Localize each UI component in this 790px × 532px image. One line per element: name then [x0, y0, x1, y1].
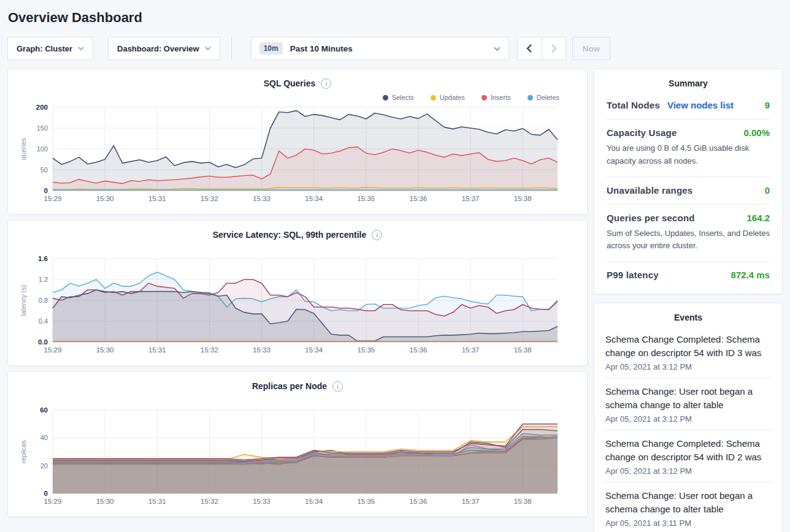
svg-text:0: 0 [44, 490, 48, 497]
svg-text:15:35: 15:35 [357, 346, 375, 354]
summary-panel: Summary Total Nodes View nodes list 9 Ca… [594, 69, 783, 294]
page-title: Overview Dashboard [0, 0, 790, 33]
chart-legend: SelectsUpdatesInsertsDeletes [17, 91, 578, 104]
svg-text:15:30: 15:30 [96, 346, 114, 354]
summary-value: 0.00% [743, 127, 770, 138]
svg-text:latency (s): latency (s) [20, 285, 27, 316]
prev-range-button[interactable] [518, 37, 542, 59]
time-range-label: Past 10 Minutes [290, 44, 353, 53]
summary-title: Summary [607, 69, 770, 92]
svg-text:15:38: 15:38 [514, 498, 532, 505]
summary-value: 164.2 [746, 213, 770, 223]
chart-title: Service Latency: SQL, 99th percentile [213, 230, 367, 240]
event-timestamp: Apr 05, 2021 at 3:11 PM [605, 519, 771, 528]
replicas-chart-canvas: 15:2915:3015:3115:3215:3315:3415:3515:36… [17, 406, 579, 511]
charts-column: SQL Queries i SelectsUpdatesInsertsDelet… [7, 69, 588, 517]
summary-label: Unavailable ranges [607, 185, 692, 196]
svg-text:15:37: 15:37 [462, 498, 480, 505]
svg-text:15:36: 15:36 [410, 498, 428, 505]
svg-text:15:34: 15:34 [305, 498, 323, 505]
legend-item[interactable]: Inserts [481, 94, 511, 101]
event-item[interactable]: Schema Change Completed: Schema change o… [604, 430, 772, 482]
svg-text:1.2: 1.2 [39, 276, 48, 283]
svg-text:15:35: 15:35 [357, 195, 375, 202]
dashboard-body: SQL Queries i SelectsUpdatesInsertsDelet… [7, 69, 783, 532]
event-text: Schema Change: User root began a schema … [605, 489, 771, 516]
graph-dropdown[interactable]: Graph: Cluster [7, 37, 93, 60]
svg-text:15:36: 15:36 [410, 195, 428, 202]
svg-text:0.4: 0.4 [39, 317, 48, 325]
info-icon[interactable]: i [372, 230, 382, 240]
service-latency-chart-canvas: 15:2915:3015:3115:3215:3315:3415:3515:36… [17, 255, 579, 359]
chevron-down-icon [205, 47, 211, 50]
summary-value: 0 [765, 185, 770, 196]
chevron-left-icon [526, 44, 532, 53]
time-range-selector[interactable]: 10m Past 10 Minutes [251, 37, 509, 60]
next-range-button[interactable] [542, 37, 566, 59]
svg-text:200: 200 [36, 104, 48, 111]
svg-text:replicas: replicas [20, 440, 27, 463]
graph-dropdown-label: Graph: Cluster [17, 44, 72, 53]
svg-text:0.0: 0.0 [38, 338, 48, 346]
summary-value: 9 [765, 100, 770, 110]
summary-row-unavailable-ranges: Unavailable ranges 0 [607, 177, 770, 205]
summary-label: Queries per second [607, 213, 695, 223]
side-column: Summary Total Nodes View nodes list 9 Ca… [594, 69, 783, 532]
svg-text:15:32: 15:32 [201, 498, 218, 505]
summary-label: P99 latency [607, 270, 659, 280]
now-button[interactable]: Now [572, 37, 611, 60]
svg-text:15:34: 15:34 [305, 195, 323, 202]
event-item[interactable]: Schema Change Completed: Schema change o… [604, 326, 772, 378]
event-item[interactable]: Schema Change: User root began a schema … [604, 378, 772, 430]
dashboard-dropdown[interactable]: Dashboard: Overview [108, 37, 220, 60]
svg-text:queries: queries [20, 137, 27, 160]
sql-queries-chart-canvas: 15:2915:3015:3115:3215:3315:3415:3515:36… [17, 104, 579, 208]
dashboard-dropdown-label: Dashboard: Overview [117, 44, 199, 53]
svg-text:15:31: 15:31 [148, 346, 166, 354]
chart-card-replicas-per-node: Replicas per Node i 15:2915:3015:3115:32… [7, 371, 588, 517]
chart-title: Replicas per Node [252, 381, 327, 391]
chevron-right-icon [551, 44, 557, 53]
chart-card-service-latency: Service Latency: SQL, 99th percentile i … [7, 220, 588, 366]
legend-dot [431, 95, 436, 101]
svg-text:15:33: 15:33 [253, 498, 270, 505]
svg-text:15:37: 15:37 [462, 195, 480, 202]
chart-legend [17, 243, 578, 255]
svg-text:15:29: 15:29 [44, 346, 62, 354]
chart-legend [17, 394, 578, 406]
toolbar-divider [231, 37, 232, 60]
legend-item[interactable]: Updates [431, 94, 465, 101]
legend-item[interactable]: Deletes [527, 94, 559, 101]
summary-label: Capacity Usage [607, 127, 677, 138]
svg-text:15:35: 15:35 [357, 498, 375, 505]
svg-text:15:30: 15:30 [96, 195, 114, 202]
svg-text:15:29: 15:29 [44, 498, 62, 505]
legend-dot [481, 95, 487, 101]
event-text: Schema Change: User root began a schema … [605, 385, 771, 412]
events-title: Events [604, 303, 772, 326]
event-timestamp: Apr 05, 2021 at 3:12 PM [605, 414, 771, 424]
svg-text:0: 0 [44, 187, 48, 194]
toolbar: Graph: Cluster Dashboard: Overview 10m P… [7, 37, 783, 60]
chart-card-sql-queries: SQL Queries i SelectsUpdatesInsertsDelet… [7, 69, 588, 215]
svg-text:15:31: 15:31 [148, 498, 166, 505]
svg-text:15:38: 15:38 [514, 346, 532, 354]
event-text: Schema Change Completed: Schema change o… [605, 333, 771, 360]
info-icon[interactable]: i [321, 78, 331, 89]
summary-row-total-nodes: Total Nodes View nodes list 9 [607, 92, 770, 120]
event-text: Schema Change Completed: Schema change o… [605, 437, 771, 464]
svg-text:15:37: 15:37 [462, 346, 480, 354]
chevron-down-icon [494, 47, 500, 51]
legend-item[interactable]: Selects [383, 94, 414, 101]
events-panel: Events Schema Change Completed: Schema c… [594, 303, 783, 532]
info-icon[interactable]: i [332, 381, 343, 392]
summary-row-capacity-usage: Capacity Usage 0.00% You are using 0 B o… [607, 120, 770, 177]
event-item[interactable]: Schema Change: User root began a schema … [604, 482, 772, 532]
svg-text:50: 50 [40, 166, 48, 173]
svg-text:40: 40 [40, 434, 48, 441]
chevron-down-icon [78, 47, 84, 50]
summary-value: 872.4 ms [731, 270, 770, 280]
svg-text:1.6: 1.6 [38, 255, 48, 262]
svg-text:150: 150 [37, 124, 48, 132]
view-nodes-link[interactable]: View nodes list [667, 100, 734, 110]
